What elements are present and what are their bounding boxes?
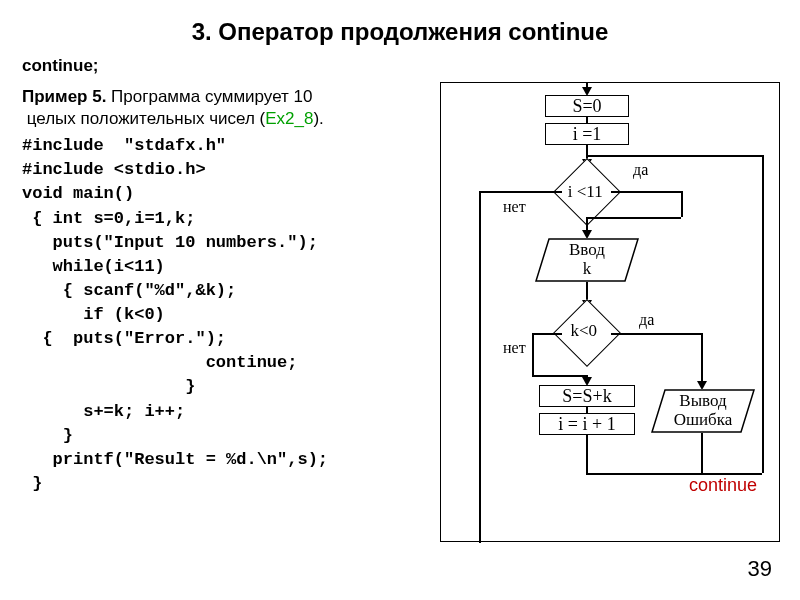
label-input: Вводk: [535, 241, 639, 278]
slide-title: 3. Оператор продолжения continue: [22, 18, 778, 46]
label-cond2: k<0: [570, 321, 597, 341]
label-continue: continue: [689, 475, 757, 496]
node-input: Вводk: [535, 238, 639, 282]
example-line1: Программа суммирует 10: [106, 87, 312, 106]
label-cond1: i <11: [568, 182, 603, 202]
flowchart: S=0 i =1 i <11 да нет Вводk k<0 нет да: [440, 82, 780, 542]
example-ref: Ex2_8: [265, 109, 313, 128]
example-label: Пример 5.: [22, 87, 106, 106]
label-yes-2: да: [639, 311, 654, 329]
label-no-2: нет: [503, 339, 526, 357]
label-s0: S=0: [572, 96, 601, 117]
node-ssk: S=S+k: [539, 385, 635, 407]
node-i1: i =1: [545, 123, 629, 145]
label-ii1: i = i + 1: [558, 414, 615, 435]
continue-stmt: continue;: [22, 56, 778, 76]
node-error: ВыводОшибка: [651, 389, 755, 433]
label-yes-1: да: [633, 161, 648, 179]
label-i1: i =1: [573, 124, 602, 145]
node-s0: S=0: [545, 95, 629, 117]
label-ssk: S=S+k: [562, 386, 611, 407]
label-no-1: нет: [503, 198, 526, 216]
node-ii1: i = i + 1: [539, 413, 635, 435]
label-error: ВыводОшибка: [651, 392, 755, 429]
example-line2a: целых положительных чисел (: [27, 109, 265, 128]
page-number: 39: [748, 556, 772, 582]
example-line2b: ).: [313, 109, 323, 128]
